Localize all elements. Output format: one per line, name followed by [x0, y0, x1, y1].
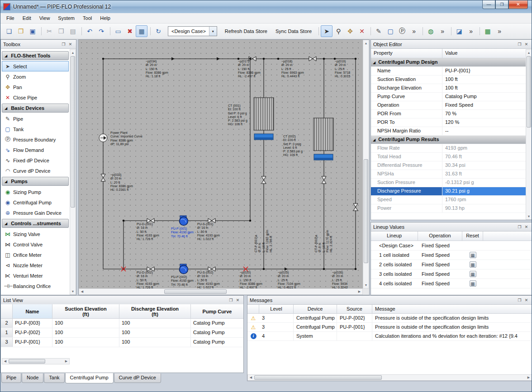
toolbar-overflow-2[interactable]: »: [437, 25, 448, 37]
refresh-data-store-button[interactable]: Refresh Data Store: [221, 26, 271, 36]
cut-button[interactable]: ✂: [43, 25, 55, 37]
panel-float-icon[interactable]: [516, 42, 523, 47]
lineup-column-header[interactable]: Lineup: [371, 231, 418, 241]
property-row[interactable]: Centrifugal Pump Results: [371, 136, 526, 144]
message-column-header[interactable]: Message: [372, 305, 532, 314]
design-case-dropdown[interactable]: <Design Case>: [168, 26, 217, 36]
nozzle-meter-tool[interactable]: ⊲ Nozzle Meter: [2, 260, 69, 270]
menu-help[interactable]: Help: [96, 14, 114, 22]
curve-dp-tool[interactable]: ◠ Curve dP Device: [2, 165, 69, 176]
menu-edit[interactable]: Edit: [19, 14, 35, 22]
pumps-section[interactable]: Pumps: [2, 177, 69, 186]
menu-file[interactable]: File: [2, 14, 19, 22]
canvas-annotation[interactable]: ~p{025} Ø: 20 in L: 25 ft Flow: 7104 gpm…: [278, 271, 300, 288]
property-row[interactable]: POR To 120 %: [371, 118, 526, 127]
panel-float-icon[interactable]: [228, 298, 234, 302]
canvas-annotation[interactable]: ~p{034} Ø: 20 in L: 150 ft Flow: 8386 gp…: [146, 60, 168, 78]
canvas-annotation[interactable]: CT-P-{002}a Ø: 8 in L: 10 ft Flow: 1170 …: [314, 230, 333, 252]
lineup-row[interactable]: 4 cells isolated Fixed Speed: [371, 279, 532, 288]
property-row[interactable]: Total Head 70.46 ft: [371, 153, 526, 161]
menu-tool[interactable]: Tool: [79, 14, 96, 22]
message-row[interactable]: i 4 System Calculation iterations and % …: [247, 332, 532, 341]
lineup-row[interactable]: 3 cells isolated Fixed Speed: [371, 269, 532, 279]
property-row[interactable]: Suction Pressure -0.1312 psi g: [371, 179, 526, 187]
panel-close-icon[interactable]: [523, 225, 530, 229]
list-view-tab[interactable]: Curve dP Device: [114, 373, 161, 383]
control-valve-tool[interactable]: ⋈ Control Valve: [2, 239, 69, 250]
canvas-annotation[interactable]: Power Plant Curve: Imported Curve Flow: …: [110, 131, 142, 146]
property-row[interactable]: NPSHa 31.63 ft: [371, 170, 526, 179]
canvas-annotation[interactable]: CT {001} El: 100 ft Set P: 0 psi g Level…: [228, 104, 247, 127]
basic-devices-section[interactable]: Basic Devices: [2, 104, 69, 113]
message-row[interactable]: ⚠ 3 Centrifugal Pump PU-P-{002} Pressure…: [247, 314, 532, 323]
value-column-header[interactable]: Value: [442, 49, 526, 58]
zoom-page-button[interactable]: ↻: [152, 25, 164, 37]
pan-tool-button[interactable]: ✥: [344, 25, 356, 37]
close-pipe-button[interactable]: ✕: [356, 25, 368, 37]
select-tool[interactable]: ➤ Select: [2, 61, 69, 71]
panel-close-icon[interactable]: [523, 42, 530, 47]
fixed-dp-tool[interactable]: ∿ Fixed dP Device: [2, 155, 69, 165]
flo-sheet-tools-section[interactable]: FLO-Sheet Tools: [2, 51, 69, 60]
new-button[interactable]: ❏: [3, 25, 15, 37]
reset-icon[interactable]: [470, 261, 476, 268]
object-editor-scrollbar[interactable]: ▲ ▼: [526, 49, 532, 220]
lineup-row[interactable]: 2 cells isolated Fixed Speed: [371, 260, 532, 269]
panel-close-icon[interactable]: [234, 298, 241, 302]
discharge-elevation-column-header[interactable]: Discharge Elevation (ft): [119, 304, 191, 319]
close-pipe-tool[interactable]: ✕ Close Pipe: [2, 92, 69, 103]
property-row[interactable]: Differential Pressure 30.34 psi: [371, 161, 526, 170]
property-row[interactable]: Suction Elevation 100 ft: [371, 76, 526, 84]
operation-column-header[interactable]: Operation: [418, 231, 462, 241]
zoom-tool[interactable]: ⚲ Zoom: [2, 71, 69, 82]
zoom-window-button[interactable]: ▭: [112, 25, 124, 37]
graph-view-button[interactable]: ◪: [453, 25, 465, 37]
sizing-pump-tool[interactable]: ◉ Sizing Pump: [2, 187, 69, 197]
paste-button[interactable]: ▤: [67, 25, 79, 37]
canvas-annotation[interactable]: ~p{026} Ø: 20 in L: 25 ft Flow: 5934 HL:…: [332, 271, 347, 288]
list-view-tab[interactable]: Tank: [44, 373, 64, 383]
messages-horizontal-scrollbar[interactable]: ◀ ▶: [247, 374, 532, 381]
canvas-vertical-scrollbar[interactable]: ▲ ▼: [363, 40, 369, 288]
canvas-annotation[interactable]: ~p{018} Ø: 20 in L: 25 ft Flow: 6963 gpm…: [281, 60, 304, 78]
table-row[interactable]: 1 PU-P-{002} 100 100 Catalog Pump: [1, 328, 243, 338]
canvas-annotation[interactable]: PU-S-{001} Ø: 16 in L: 50 ft Flow: 4193 …: [197, 222, 220, 241]
tank-tool-button[interactable]: ▢: [385, 25, 396, 37]
property-row[interactable]: Speed 1760 rpm: [371, 196, 526, 204]
flow-demand-tool[interactable]: ⇘ Flow Demand: [2, 145, 69, 155]
reset-icon[interactable]: [470, 252, 476, 258]
source-column-header[interactable]: Source: [337, 305, 372, 314]
panel-float-icon[interactable]: [60, 42, 67, 47]
property-row[interactable]: Name PU-P-{001}: [371, 67, 526, 76]
table-row[interactable]: 2 PU-P-{003} 100 100 Catalog Pump: [1, 319, 243, 328]
tank-tool[interactable]: ▢ Tank: [2, 124, 69, 134]
property-row[interactable]: Operation Fixed Speed: [371, 101, 526, 110]
property-row[interactable]: Discharge Pressure 30.21 psi g: [371, 187, 526, 196]
zoom-tool-button[interactable]: ⚲: [332, 25, 344, 37]
list-view-tab[interactable]: Node: [22, 373, 43, 383]
property-row[interactable]: Power 90.13 hp: [371, 204, 526, 213]
chevron-down-icon[interactable]: [209, 27, 217, 36]
open-button[interactable]: ❐: [15, 25, 27, 37]
close-button[interactable]: [508, 0, 528, 9]
menu-view[interactable]: View: [35, 14, 54, 22]
pressure-boundary-tool[interactable]: Ⓟ Pressure Boundary: [2, 134, 69, 145]
property-row[interactable]: POR From 70 %: [371, 110, 526, 118]
property-row[interactable]: Centrifugal Pump Design: [371, 58, 526, 67]
table-row[interactable]: 3 PU-P-{001} 100 100 Catalog Pump: [1, 338, 243, 347]
reset-column-header[interactable]: Reset: [462, 231, 483, 241]
sizing-valve-tool[interactable]: ⋈ Sizing Valve: [2, 229, 69, 239]
reset-icon[interactable]: [470, 271, 476, 277]
lineup-row[interactable]: 1 cell isolated Fixed Speed: [371, 250, 532, 260]
copy-button[interactable]: ❒: [55, 25, 67, 37]
sync-data-store-button[interactable]: Sync Data Store: [271, 26, 316, 36]
list-view-button[interactable]: ▦: [482, 25, 494, 37]
orifice-meter-tool[interactable]: ◫ Orifice Meter: [2, 250, 69, 260]
venturi-meter-tool[interactable]: ⋉ Venturi Meter: [2, 270, 69, 281]
suction-elevation-column-header[interactable]: Suction Elevation (ft): [52, 304, 119, 319]
list-view-horizontal-scrollbar[interactable]: ◀ ▶: [2, 358, 70, 364]
canvas-annotation[interactable]: PU-D-{002} Ø: 16 in L: 50 ft Flow: 4193 …: [137, 271, 159, 288]
centrifugal-pump-tool[interactable]: ◉ Centrifugal Pump: [2, 197, 69, 208]
toolbar-overflow-3[interactable]: »: [465, 25, 477, 37]
select-tool-button[interactable]: ➤: [321, 25, 332, 37]
